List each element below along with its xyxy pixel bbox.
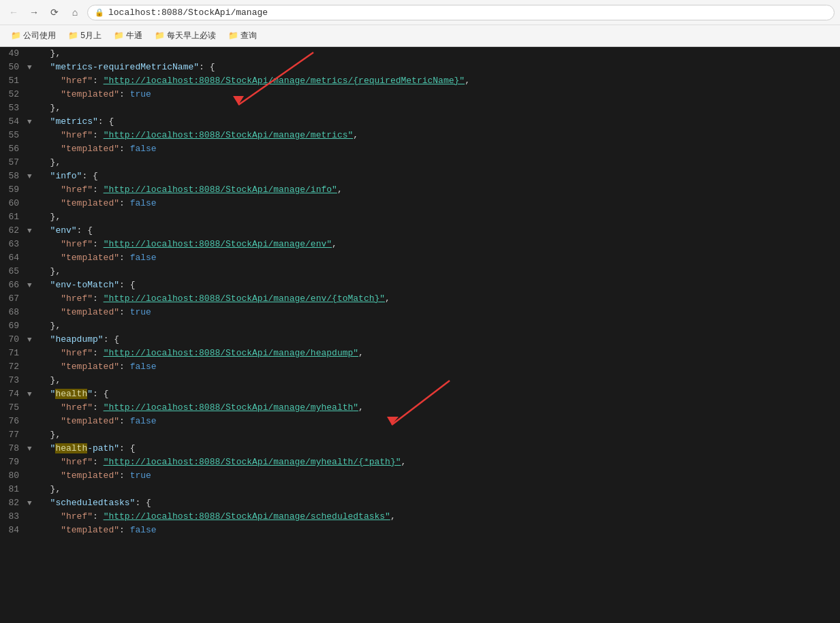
code-line-53: 53 },: [0, 101, 840, 115]
line-content: "templated": true: [37, 469, 840, 483]
browser-toolbar: ← → ⟳ ⌂ 🔒 localhost:8088/StockApi/manage: [0, 0, 840, 25]
bookmark-niutong[interactable]: 📁 牛通: [108, 28, 148, 44]
code-line-64: 64 "templated": false: [0, 251, 840, 265]
line-number: 63: [0, 238, 27, 251]
line-content: "href": "http://localhost:8088/StockApi/…: [37, 74, 840, 88]
home-button[interactable]: ⌂: [67, 4, 83, 20]
link-metrics[interactable]: "http://localhost:8088/StockApi/manage/m…: [104, 130, 354, 140]
line-number: 77: [0, 428, 27, 442]
link-heapdump[interactable]: "http://localhost:8088/StockApi/manage/h…: [104, 348, 358, 358]
line-number: 53: [0, 101, 27, 115]
line-content: },: [37, 47, 840, 61]
code-line-74: 74 ▼ "health": {: [0, 387, 840, 401]
line-content: },: [37, 483, 840, 496]
line-number: 64: [0, 251, 27, 265]
bookmark-may[interactable]: 📁 5月上: [63, 28, 107, 44]
bookmark-query[interactable]: 📁 查询: [223, 28, 262, 44]
folder-icon-4: 📁: [155, 31, 165, 41]
line-number: 65: [0, 265, 27, 278]
link-info[interactable]: "http://localhost:8088/StockApi/manage/i…: [104, 185, 337, 195]
bookmark-label-3: 牛通: [126, 30, 142, 42]
line-number: 79: [0, 456, 27, 469]
line-content: "templated": false: [37, 251, 840, 265]
code-line-51: 51 "href": "http://localhost:8088/StockA…: [0, 74, 840, 88]
code-line-55: 55 "href": "http://localhost:8088/StockA…: [0, 129, 840, 142]
code-line-71: 71 "href": "http://localhost:8088/StockA…: [0, 347, 840, 360]
link-metrics-required[interactable]: "http://localhost:8088/StockApi/manage/m…: [104, 76, 465, 86]
code-line-83: 83 "href": "http://localhost:8088/StockA…: [0, 510, 840, 524]
code-line-59: 59 "href": "http://localhost:8088/StockA…: [0, 183, 840, 197]
code-line-79: 79 "href": "http://localhost:8088/StockA…: [0, 456, 840, 469]
line-content: "href": "http://localhost:8088/StockApi/…: [37, 401, 840, 415]
code-line-63: 63 "href": "http://localhost:8088/StockA…: [0, 238, 840, 251]
code-line-72: 72 "templated": false: [0, 360, 840, 374]
folder-icon-3: 📁: [114, 31, 124, 41]
code-line-54: 54 ▼ "metrics": {: [0, 115, 840, 129]
line-number: 50: [0, 61, 27, 74]
line-content: "env-toMatch": {: [37, 278, 840, 292]
line-content: },: [37, 319, 840, 333]
line-content: },: [37, 210, 840, 224]
line-content: },: [37, 428, 840, 442]
link-health[interactable]: "http://localhost:8088/StockApi/manage/m…: [104, 402, 358, 413]
code-line-75: 75 "href": "http://localhost:8088/StockA…: [0, 401, 840, 415]
folder-icon: 📁: [11, 31, 21, 41]
line-number: 67: [0, 292, 27, 306]
line-number: 68: [0, 306, 27, 319]
line-content: "href": "http://localhost:8088/StockApi/…: [37, 129, 840, 142]
line-number: 51: [0, 74, 27, 88]
bookmark-label-4: 每天早上必读: [167, 30, 216, 42]
line-number: 60: [0, 197, 27, 210]
line-number: 66: [0, 278, 27, 292]
bookmark-label-5: 查询: [240, 30, 257, 42]
line-number: 62: [0, 224, 27, 238]
bookmark-company[interactable]: 📁 公司使用: [5, 28, 61, 44]
line-number: 61: [0, 210, 27, 224]
line-content: "templated": false: [37, 415, 840, 428]
bookmarks-bar: 📁 公司使用 📁 5月上 📁 牛通 📁 每天早上必读 📁 查询: [0, 25, 840, 46]
line-number: 81: [0, 483, 27, 496]
bookmark-daily[interactable]: 📁 每天早上必读: [149, 28, 221, 44]
line-number: 72: [0, 360, 27, 374]
line-number: 78: [0, 442, 27, 456]
url-text: localhost:8088/StockApi/manage: [108, 7, 268, 18]
folder-icon-5: 📁: [228, 31, 238, 41]
line-content: },: [37, 374, 840, 387]
link-scheduledtasks[interactable]: "http://localhost:8088/StockApi/manage/s…: [104, 511, 390, 522]
back-button[interactable]: ←: [5, 4, 22, 20]
line-number: 80: [0, 469, 27, 483]
code-line-52: 52 "templated": true: [0, 88, 840, 101]
line-content: "href": "http://localhost:8088/StockApi/…: [37, 183, 840, 197]
line-content: "scheduledtasks": {: [37, 496, 840, 510]
code-line-82: 82 ▼ "scheduledtasks": {: [0, 496, 840, 510]
line-number: 56: [0, 142, 27, 156]
code-line-76: 76 "templated": false: [0, 415, 840, 428]
line-content: "href": "http://localhost:8088/StockApi/…: [37, 347, 840, 360]
line-number: 49: [0, 47, 27, 61]
code-line-57: 57 },: [0, 156, 840, 170]
line-number: 69: [0, 319, 27, 333]
code-line-80: 80 "templated": true: [0, 469, 840, 483]
link-env-tomatch[interactable]: "http://localhost:8088/StockApi/manage/e…: [104, 293, 385, 304]
line-number: 74: [0, 387, 27, 401]
line-content: "templated": true: [37, 88, 840, 101]
health-highlight-74: health: [55, 389, 87, 399]
line-content: "templated": true: [37, 306, 840, 319]
line-content: "health-path": {: [37, 442, 840, 456]
link-env[interactable]: "http://localhost:8088/StockApi/manage/e…: [104, 239, 332, 249]
link-health-path[interactable]: "http://localhost:8088/StockApi/manage/m…: [104, 457, 401, 467]
line-content: "href": "http://localhost:8088/StockApi/…: [37, 456, 840, 469]
line-content: "templated": false: [37, 142, 840, 156]
code-line-50: 50 ▼ "metrics-requiredMetricName": {: [0, 61, 840, 74]
line-content: "href": "http://localhost:8088/StockApi/…: [37, 292, 840, 306]
code-line-68: 68 "templated": true: [0, 306, 840, 319]
line-content: "templated": false: [37, 524, 840, 537]
address-bar[interactable]: 🔒 localhost:8088/StockApi/manage: [87, 5, 835, 20]
line-content: "metrics": {: [37, 115, 840, 129]
forward-button[interactable]: →: [26, 4, 42, 20]
json-content: 49 }, 50 ▼ "metrics-requiredMetricName":…: [0, 47, 840, 621]
code-line-58: 58 ▼ "info": {: [0, 170, 840, 183]
folder-icon-2: 📁: [68, 31, 78, 41]
reload-button[interactable]: ⟳: [46, 4, 63, 20]
line-content: },: [37, 265, 840, 278]
